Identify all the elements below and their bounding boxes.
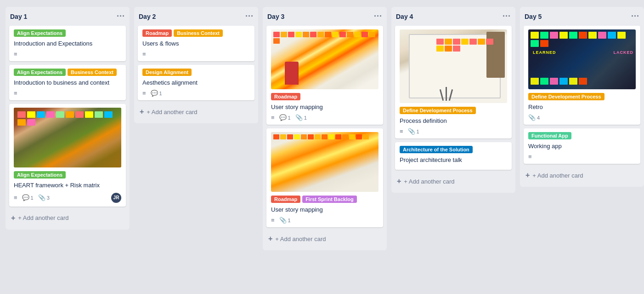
- card-d3c1[interactable]: Roadmap User story mapping ≡ 💬1 📎1: [266, 26, 383, 125]
- card-d3c2[interactable]: Roadmap First Sprint Backlog User story …: [266, 128, 383, 227]
- card-footer: ≡ 💬1 📎3 JR: [14, 193, 121, 203]
- plus-icon: +: [397, 177, 401, 185]
- description-icon: ≡: [271, 217, 275, 224]
- add-card-day4[interactable]: + + Add another card: [395, 174, 512, 188]
- card-title: Retro: [528, 103, 636, 111]
- card-title: Users & flows: [142, 40, 250, 48]
- card-tags: Align Expectations: [14, 29, 121, 37]
- description-icon: ≡: [14, 51, 17, 58]
- comment-count: 💬1: [151, 90, 162, 97]
- card-d1c2[interactable]: Align Expectations Business Context Intr…: [9, 65, 126, 100]
- card-image-d5c1: LEARNED LACKED: [528, 29, 636, 89]
- add-card-day2[interactable]: + + Add another card: [138, 105, 254, 119]
- plus-icon: +: [11, 214, 15, 222]
- comment-count: 💬1: [279, 114, 291, 121]
- avatar-jr: JR: [111, 193, 121, 203]
- column-menu-day1[interactable]: ···: [117, 12, 125, 21]
- column-menu-day4[interactable]: ···: [503, 12, 511, 21]
- tag-align-expectations: Align Expectations: [14, 171, 66, 179]
- tag-roadmap: Roadmap: [142, 29, 172, 37]
- tag-align-expectations: Align Expectations: [14, 69, 66, 76]
- card-tags: Roadmap First Sprint Backlog: [271, 196, 378, 203]
- card-d2c2[interactable]: Design Alignment Aesthetics alignment ≡ …: [138, 65, 254, 100]
- add-card-label: + Add another card: [532, 172, 583, 179]
- column-menu-day3[interactable]: ···: [374, 12, 382, 21]
- attachment-count: 📎1: [295, 114, 307, 121]
- card-title: Working app: [528, 142, 636, 150]
- card-title: Aesthetics alignment: [142, 79, 250, 87]
- description-icon: ≡: [14, 194, 17, 201]
- card-d4c2[interactable]: Architecture of the Solution Project arc…: [395, 142, 512, 170]
- add-card-label: + Add another card: [147, 109, 197, 115]
- card-tags: Define Development Process: [528, 93, 636, 100]
- card-tags: Roadmap: [271, 93, 378, 100]
- column-title-day5: Day 5: [525, 13, 542, 20]
- add-card-day1[interactable]: + + Add another card: [9, 211, 126, 225]
- card-title: Introduction and Expectations: [14, 40, 121, 48]
- card-tags: Design Alignment: [142, 69, 250, 76]
- column-header-day1: Day 1 ···: [9, 12, 126, 21]
- column-title-day3: Day 3: [267, 13, 284, 20]
- card-tags: Align Expectations Business Context: [14, 69, 121, 76]
- card-footer: ≡: [142, 51, 250, 58]
- add-card-day3[interactable]: + + Add another card: [266, 232, 383, 246]
- tag-business-context: Business Context: [68, 69, 117, 76]
- column-day3: Day 3 ···: [263, 7, 387, 250]
- tag-align-expectations: Align Expectations: [14, 29, 66, 37]
- description-icon: ≡: [400, 128, 403, 135]
- card-title: HEART framework + Risk matrix: [14, 181, 121, 190]
- add-card-day5[interactable]: + + Add another card: [524, 168, 640, 182]
- card-d5c2[interactable]: Functional App Working app ≡: [524, 128, 640, 164]
- column-menu-day5[interactable]: ···: [631, 12, 639, 21]
- comment-count: 💬1: [22, 194, 34, 201]
- plus-icon: +: [140, 108, 144, 116]
- column-title-day1: Day 1: [10, 13, 27, 20]
- card-footer: ≡ 📎1: [271, 217, 378, 224]
- tag-architecture: Architecture of the Solution: [400, 146, 473, 153]
- description-icon: ≡: [528, 153, 532, 160]
- add-card-label: + Add another card: [404, 178, 454, 185]
- description-icon: ≡: [271, 114, 275, 121]
- attachment-count: 📎1: [408, 128, 419, 135]
- column-day1: Day 1 ··· Align Expectations Introductio…: [6, 7, 130, 230]
- tag-business-context: Business Context: [174, 29, 223, 37]
- plus-icon: +: [268, 235, 272, 243]
- card-tags: Align Expectations: [14, 171, 121, 179]
- attachment-count: 📎1: [279, 217, 291, 224]
- card-tags: Define Development Process: [400, 107, 507, 114]
- add-card-label: + Add another card: [275, 236, 326, 242]
- description-icon: ≡: [142, 51, 146, 58]
- card-tags: Roadmap Business Context: [142, 29, 250, 37]
- column-menu-day2[interactable]: ···: [245, 12, 254, 21]
- column-header-day2: Day 2 ···: [138, 12, 254, 21]
- card-title: Project architecture talk: [400, 156, 507, 164]
- card-title: User story mapping: [271, 103, 378, 111]
- card-image-d4c1: [400, 29, 507, 103]
- tag-first-sprint: First Sprint Backlog: [302, 196, 357, 203]
- card-footer: 📎4: [528, 114, 636, 121]
- card-footer: ≡ 💬1: [142, 90, 250, 97]
- card-title: Process definition: [400, 117, 507, 125]
- card-tags: Architecture of the Solution: [400, 146, 507, 153]
- card-footer: ≡: [14, 51, 121, 58]
- card-d4c1[interactable]: Define Development Process Process defin…: [395, 26, 512, 138]
- card-d1c3[interactable]: Align Expectations HEART framework + Ris…: [9, 104, 126, 206]
- column-header-day4: Day 4 ···: [395, 12, 512, 21]
- card-image-d3c2: [271, 132, 378, 192]
- description-icon: ≡: [142, 90, 146, 97]
- card-footer: ≡: [14, 90, 121, 97]
- card-footer: ≡ 📎1: [400, 128, 507, 135]
- card-image-day1c3: [14, 108, 121, 167]
- add-card-label: + Add another card: [18, 214, 68, 221]
- card-title: User story mapping: [271, 206, 378, 214]
- column-day4: Day 4 ···: [391, 7, 515, 193]
- card-title: Introduction to business and context: [14, 79, 121, 87]
- card-d1c1[interactable]: Align Expectations Introduction and Expe…: [9, 26, 126, 61]
- attachment-count: 📎4: [528, 114, 540, 121]
- card-d5c1[interactable]: LEARNED LACKED Define Development Proces…: [524, 26, 640, 125]
- card-d2c1[interactable]: Roadmap Business Context Users & flows ≡: [138, 26, 254, 61]
- column-title-day4: Day 4: [396, 13, 413, 20]
- tag-design-alignment: Design Alignment: [142, 69, 192, 76]
- description-icon: ≡: [14, 90, 17, 97]
- plus-icon: +: [525, 171, 530, 179]
